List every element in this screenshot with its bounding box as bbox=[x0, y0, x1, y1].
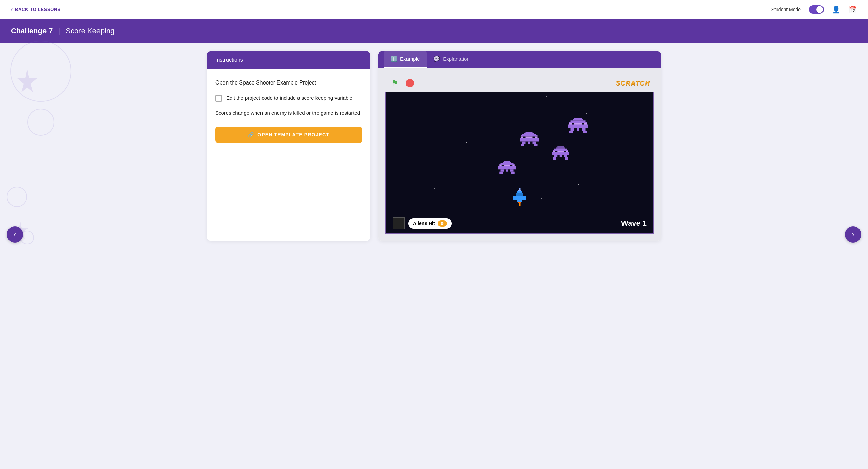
back-to-lessons-label: BACK TO LESSONS bbox=[15, 7, 60, 12]
previous-button[interactable]: ‹ bbox=[7, 226, 23, 243]
task-checkbox[interactable] bbox=[215, 95, 222, 102]
svg-rect-41 bbox=[504, 161, 510, 162]
svg-rect-13 bbox=[569, 131, 573, 133]
svg-rect-37 bbox=[559, 155, 562, 157]
alien-sprite-4 bbox=[498, 160, 516, 176]
challenge-divider: | bbox=[58, 26, 60, 35]
svg-rect-31 bbox=[553, 150, 568, 151]
scratch-logo: SCRATCH bbox=[616, 80, 650, 87]
svg-rect-5 bbox=[569, 122, 587, 123]
svg-rect-29 bbox=[556, 148, 565, 149]
alien-sprite-1 bbox=[568, 118, 588, 136]
svg-rect-42 bbox=[503, 162, 511, 163]
svg-rect-51 bbox=[510, 169, 514, 172]
svg-marker-0 bbox=[17, 70, 37, 92]
svg-rect-4 bbox=[570, 120, 585, 122]
user-icon[interactable]: 👤 bbox=[832, 5, 840, 14]
svg-rect-14 bbox=[583, 131, 587, 133]
tab-explanation[interactable]: 💬 Explanation bbox=[427, 51, 476, 68]
tabs-header: ℹ️ Example 💬 Explanation bbox=[378, 51, 661, 68]
svg-rect-16 bbox=[524, 133, 534, 134]
svg-rect-57 bbox=[516, 193, 523, 196]
svg-rect-52 bbox=[499, 171, 503, 174]
svg-rect-12 bbox=[582, 128, 585, 131]
svg-rect-26 bbox=[521, 144, 525, 146]
task-checkbox-row: Edit the project code to include a score… bbox=[215, 94, 362, 102]
instructions-panel: Instructions Open the Space Shooter Exam… bbox=[207, 51, 370, 241]
svg-rect-58 bbox=[513, 196, 517, 200]
svg-rect-30 bbox=[554, 149, 567, 150]
open-project-text: Open the Space Shooter Example Project bbox=[215, 79, 362, 87]
challenge-number: Challenge 7 bbox=[11, 26, 53, 35]
next-button[interactable]: › bbox=[845, 226, 861, 243]
top-nav: ‹ BACK TO LESSONS Student Mode 👤 📅 bbox=[0, 0, 868, 19]
instructions-title: Instructions bbox=[215, 57, 243, 63]
svg-rect-61 bbox=[518, 202, 521, 203]
svg-rect-44 bbox=[499, 164, 515, 165]
flag-icon: ⚑ bbox=[391, 78, 399, 88]
svg-rect-49 bbox=[500, 169, 504, 172]
svg-rect-43 bbox=[500, 163, 513, 164]
stop-button[interactable] bbox=[404, 77, 416, 89]
checkbox-label: Edit the project code to include a score… bbox=[226, 94, 352, 102]
student-mode-toggle[interactable] bbox=[809, 5, 824, 14]
stop-circle bbox=[406, 79, 414, 87]
open-template-label: OPEN TEMPLATE PROJECT bbox=[257, 132, 329, 137]
svg-rect-54 bbox=[519, 188, 521, 190]
aliens-hit-badge: Aliens Hit 0 bbox=[408, 218, 452, 229]
svg-rect-48 bbox=[498, 166, 516, 169]
aliens-hit-label: Aliens Hit bbox=[413, 221, 435, 226]
game-hud: Aliens Hit 0 Wave 1 bbox=[386, 217, 653, 229]
nav-right: Student Mode 👤 📅 bbox=[771, 5, 857, 14]
hud-thumbnail bbox=[393, 217, 405, 229]
game-preview-area: ⚑ SCRATCH bbox=[378, 68, 661, 241]
spaceship-sprite bbox=[511, 188, 528, 213]
svg-rect-10 bbox=[570, 128, 574, 131]
svg-rect-50 bbox=[506, 169, 508, 172]
svg-rect-23 bbox=[522, 142, 526, 144]
calendar-icon[interactable]: 📅 bbox=[849, 5, 857, 14]
svg-rect-11 bbox=[577, 128, 579, 131]
svg-rect-18 bbox=[521, 135, 538, 137]
svg-rect-40 bbox=[565, 157, 568, 160]
alien-sprite-2 bbox=[520, 132, 539, 149]
alien-sprite-3 bbox=[552, 146, 569, 162]
svg-rect-60 bbox=[517, 198, 522, 202]
tab-example[interactable]: ℹ️ Example bbox=[384, 51, 427, 68]
svg-rect-55 bbox=[518, 190, 521, 191]
svg-rect-38 bbox=[564, 155, 567, 157]
wave-label: Wave 1 bbox=[621, 219, 647, 228]
svg-rect-59 bbox=[522, 196, 527, 200]
tab-explanation-label: Explanation bbox=[443, 56, 469, 62]
scratch-buttons: ⚑ bbox=[389, 77, 416, 89]
scratch-controls: ⚑ SCRATCH bbox=[385, 75, 654, 92]
hit-count: 0 bbox=[438, 220, 447, 227]
instructions-header: Instructions bbox=[207, 51, 370, 69]
green-flag-button[interactable]: ⚑ bbox=[389, 77, 401, 89]
back-to-lessons-link[interactable]: ‹ BACK TO LESSONS bbox=[11, 6, 60, 13]
tab-example-label: Example bbox=[400, 56, 420, 62]
svg-rect-36 bbox=[554, 155, 557, 157]
svg-rect-27 bbox=[534, 144, 538, 146]
svg-rect-17 bbox=[522, 134, 536, 136]
open-template-button[interactable]: 🔗 OPEN TEMPLATE PROJECT bbox=[215, 127, 362, 143]
chevron-left-icon: ‹ bbox=[14, 230, 16, 239]
game-line bbox=[386, 118, 653, 118]
game-canvas: Aliens Hit 0 Wave 1 bbox=[385, 92, 654, 234]
challenge-title: Score Keeping bbox=[66, 26, 114, 35]
svg-rect-22 bbox=[520, 138, 539, 142]
info-icon: ℹ️ bbox=[391, 56, 397, 62]
svg-rect-25 bbox=[533, 142, 537, 144]
svg-rect-9 bbox=[568, 124, 588, 128]
example-panel: ℹ️ Example 💬 Explanation ⚑ S bbox=[378, 51, 661, 241]
instructions-body: Open the Space Shooter Example Project E… bbox=[207, 69, 370, 152]
svg-rect-62 bbox=[519, 203, 521, 206]
svg-rect-35 bbox=[552, 152, 569, 155]
svg-rect-39 bbox=[553, 157, 556, 160]
challenge-header: Challenge 7 | Score Keeping bbox=[0, 19, 868, 43]
external-link-icon: 🔗 bbox=[248, 132, 254, 137]
scores-note: Scores change when an enemy is killed or… bbox=[215, 109, 362, 117]
svg-rect-15 bbox=[526, 132, 533, 133]
main-content: Instructions Open the Space Shooter Exam… bbox=[196, 43, 672, 249]
svg-rect-2 bbox=[574, 118, 582, 119]
